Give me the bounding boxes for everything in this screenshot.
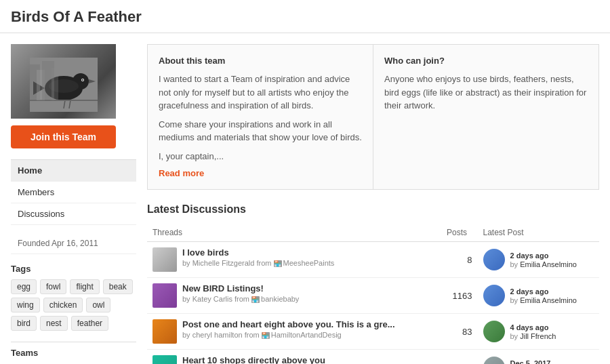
tag-flight[interactable]: flight (70, 279, 99, 294)
thread-meta: by Katey Carlis from 🏪bankiebaby (182, 295, 299, 303)
latest-post-cell: 2 days ago by Emilia Anselmino (483, 285, 594, 306)
post-avatar (483, 249, 505, 270)
nav-item-members[interactable]: Members (11, 182, 136, 203)
col-latest-post: Latest Post (478, 224, 600, 242)
join-team-button[interactable]: Join this Team (11, 125, 116, 148)
tags-title: Tags (11, 264, 136, 274)
about-title: About this team (159, 56, 362, 66)
post-avatar (483, 321, 505, 342)
about-para-3: I, your captain,... (159, 150, 362, 163)
tags-section: Tags eggfowlflightbeakwingchickenowlbird… (11, 264, 136, 331)
thread-info: Post one and heart eight above you. This… (182, 319, 395, 339)
post-time: Dec 5, 2017 (510, 359, 551, 365)
thread-meta: by Michelle Fitzgerald from 🏪MeesheePain… (182, 259, 334, 267)
teams-title: Teams (11, 342, 136, 363)
post-author: Emilia Anselmino (520, 260, 577, 268)
nav-item-discussions[interactable]: Discussions (11, 203, 136, 225)
post-time: 2 days ago (510, 287, 577, 296)
teams-section: Teams (11, 342, 136, 363)
main-content: About this team I wanted to start a Team… (147, 44, 599, 364)
post-avatar (483, 357, 505, 364)
table-row: I love birds by Michelle Fitzgerald from… (147, 242, 599, 278)
discussions-table: Threads Posts Latest Post I love birds b… (147, 224, 599, 364)
tag-nest[interactable]: nest (40, 316, 68, 331)
thread-cell-4: Heart 10 shops directly above you by Ann… (152, 355, 436, 364)
post-author: Emilia Anselmino (520, 296, 577, 304)
thread-info: I love birds by Michelle Fitzgerald from… (182, 247, 334, 267)
tag-bird[interactable]: bird (11, 316, 37, 331)
founded-date: Founded Apr 16, 2011 (11, 233, 136, 254)
svg-point-7 (82, 79, 83, 81)
team-image (11, 44, 116, 119)
post-avatar (483, 285, 505, 306)
thread-title[interactable]: New BIRD Listings! (182, 283, 299, 294)
thread-title[interactable]: I love birds (182, 247, 334, 258)
post-by-label: by Jill Ffrench (510, 332, 556, 340)
thread-title[interactable]: Post one and heart eight above you. This… (182, 319, 395, 329)
table-row: Post one and heart eight above you. This… (147, 314, 599, 350)
tags-grid: eggfowlflightbeakwingchickenowlbirdnestf… (11, 279, 136, 331)
post-info: 2 days ago by Emilia Anselmino (510, 251, 577, 268)
post-count: 83 (441, 314, 477, 350)
page-title: Birds Of A Feather (0, 0, 610, 33)
tag-wing[interactable]: wing (11, 298, 40, 312)
col-threads: Threads (147, 224, 441, 242)
tag-egg[interactable]: egg (11, 279, 37, 294)
about-box: About this team I wanted to start a Team… (148, 45, 373, 189)
tag-chicken[interactable]: chicken (43, 298, 83, 312)
nav-item-home[interactable]: Home (11, 160, 136, 182)
bird-illustration (30, 58, 98, 112)
tag-feather[interactable]: feather (71, 316, 108, 331)
info-boxes: About this team I wanted to start a Team… (147, 44, 599, 190)
col-posts: Posts (441, 224, 477, 242)
thread-cell-1: I love birds by Michelle Fitzgerald from… (152, 247, 436, 272)
latest-post-cell: 2 days ago by Emilia Anselmino (483, 249, 594, 270)
who-can-join-title: Who can join? (384, 56, 588, 66)
post-author: Jill Ffrench (520, 332, 556, 340)
post-by-label: by Emilia Anselmino (510, 296, 577, 304)
latest-post-cell: Dec 5, 2017 by oleggulyi (483, 357, 594, 364)
tag-beak[interactable]: beak (103, 279, 133, 294)
post-count: 5 (441, 350, 477, 365)
table-row: New BIRD Listings! by Katey Carlis from … (147, 278, 599, 314)
post-info: 2 days ago by Emilia Anselmino (510, 287, 577, 304)
post-time: 4 days ago (510, 323, 556, 331)
table-row: Heart 10 shops directly above you by Ann… (147, 350, 599, 365)
thread-title[interactable]: Heart 10 shops directly above you (182, 355, 345, 364)
about-para-2: Come share your inspirations and work in… (159, 118, 362, 144)
thread-avatar (152, 283, 177, 308)
post-info: 4 days ago by Jill Ffrench (510, 323, 556, 340)
nav-menu: Home Members Discussions (11, 159, 136, 225)
thread-cell-2: New BIRD Listings! by Katey Carlis from … (152, 283, 436, 308)
sidebar: Join this Team Home Members Discussions … (11, 44, 136, 364)
about-para-1: I wanted to start a Team of inspiration … (159, 73, 362, 113)
post-by-label: by Emilia Anselmino (510, 260, 577, 268)
thread-info: New BIRD Listings! by Katey Carlis from … (182, 283, 299, 303)
svg-rect-14 (52, 68, 58, 100)
thread-meta: by cheryl hamilton from 🏪HamiltonArtandD… (182, 331, 395, 339)
post-count: 1163 (441, 278, 477, 314)
tag-owl[interactable]: owl (86, 298, 110, 312)
read-more-link[interactable]: Read more (159, 168, 362, 178)
who-can-join-text: Anyone who enjoys to use birds, feathers… (384, 73, 588, 113)
thread-avatar (152, 355, 177, 364)
who-can-join-box: Who can join? Anyone who enjoys to use b… (373, 45, 598, 189)
thread-avatar (152, 247, 177, 272)
post-info: Dec 5, 2017 by oleggulyi (510, 359, 551, 365)
latest-post-cell: 4 days ago by Jill Ffrench (483, 321, 594, 342)
post-time: 2 days ago (510, 251, 577, 260)
post-count: 8 (441, 242, 477, 278)
thread-cell-3: Post one and heart eight above you. This… (152, 319, 436, 344)
tag-fowl[interactable]: fowl (40, 279, 66, 294)
thread-avatar (152, 319, 177, 344)
thread-info: Heart 10 shops directly above you by Ann… (182, 355, 345, 364)
discussions-title: Latest Discussions (147, 203, 599, 216)
